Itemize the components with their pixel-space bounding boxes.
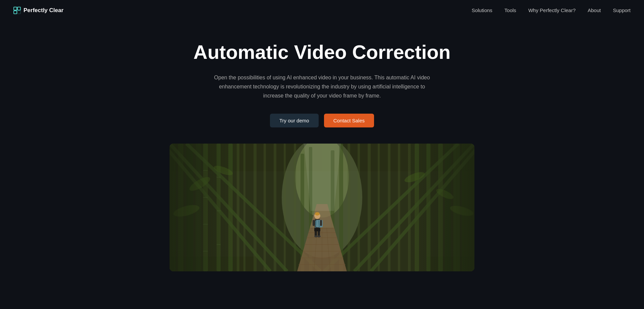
nav-about[interactable]: About bbox=[588, 7, 601, 13]
svg-rect-8 bbox=[243, 144, 245, 271]
svg-rect-13 bbox=[294, 144, 296, 271]
bamboo-scene-svg bbox=[170, 144, 474, 271]
hero-title: Automatic Video Correction bbox=[193, 41, 451, 64]
contact-sales-button[interactable]: Contact Sales bbox=[324, 114, 374, 127]
svg-rect-3 bbox=[17, 11, 20, 14]
logo-text: Perfectly Clear bbox=[24, 7, 63, 14]
nav-solutions[interactable]: Solutions bbox=[472, 7, 493, 13]
nav-links: Solutions Tools Why Perfectly Clear? Abo… bbox=[472, 7, 631, 13]
svg-rect-11 bbox=[274, 144, 276, 271]
video-scene bbox=[170, 144, 474, 271]
hero-subtitle: Open the possibilities of using AI enhan… bbox=[213, 73, 431, 101]
svg-rect-2 bbox=[14, 11, 17, 14]
svg-rect-14 bbox=[348, 144, 350, 271]
nav-why[interactable]: Why Perfectly Clear? bbox=[528, 7, 576, 13]
nav-tools[interactable]: Tools bbox=[504, 7, 516, 13]
svg-rect-7 bbox=[237, 144, 239, 271]
svg-rect-12 bbox=[284, 144, 286, 271]
hero-section: Automatic Video Correction Open the poss… bbox=[0, 21, 644, 285]
svg-rect-10 bbox=[264, 144, 266, 271]
svg-rect-15 bbox=[358, 144, 360, 271]
logo-icon bbox=[13, 7, 21, 14]
svg-point-67 bbox=[315, 212, 320, 216]
try-demo-button[interactable]: Try our demo bbox=[270, 114, 319, 127]
svg-point-73 bbox=[314, 235, 318, 237]
svg-rect-17 bbox=[378, 144, 380, 271]
svg-rect-1 bbox=[17, 7, 20, 10]
navbar: Perfectly Clear Solutions Tools Why Perf… bbox=[0, 0, 644, 21]
video-container bbox=[170, 144, 474, 271]
logo-link[interactable]: Perfectly Clear bbox=[13, 7, 63, 14]
nav-support[interactable]: Support bbox=[613, 7, 631, 13]
svg-rect-19 bbox=[398, 144, 400, 271]
svg-rect-72 bbox=[314, 228, 320, 231]
svg-rect-0 bbox=[14, 7, 17, 10]
svg-rect-85 bbox=[170, 144, 237, 271]
svg-rect-69 bbox=[320, 220, 322, 226]
hero-buttons: Try our demo Contact Sales bbox=[270, 114, 374, 127]
svg-rect-68 bbox=[313, 220, 315, 226]
svg-point-74 bbox=[317, 235, 321, 237]
svg-rect-86 bbox=[407, 144, 474, 271]
